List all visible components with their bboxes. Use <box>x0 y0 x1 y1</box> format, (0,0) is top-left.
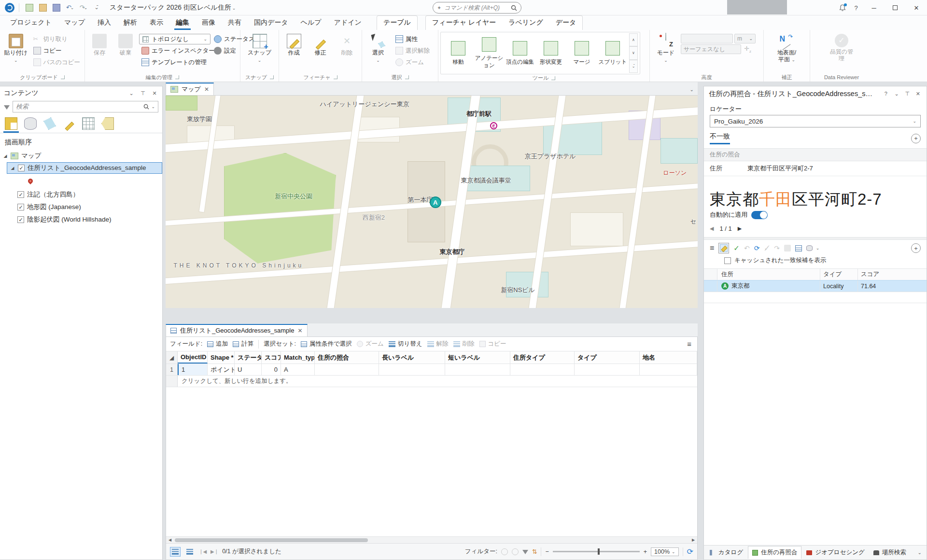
help-icon[interactable]: ? <box>849 4 863 12</box>
notifications-icon[interactable] <box>836 1 849 14</box>
map-view[interactable]: ハイアットリージェンシー東京東放学園都庁前駅京王プラザホテル東京都議会議事堂第一… <box>166 96 698 308</box>
edit-tool-button[interactable]: アノテーション <box>474 33 505 73</box>
table-cell[interactable] <box>445 364 510 375</box>
pin-icon[interactable]: ⊤ <box>139 90 147 97</box>
candidate-menu-icon[interactable]: ≡ <box>710 244 714 252</box>
search-options-icon[interactable]: ⌄ <box>151 104 155 109</box>
edit-tool-button[interactable]: 移動 <box>443 33 474 73</box>
modify-features-button[interactable]: 修正 <box>308 32 333 56</box>
open-project-icon[interactable] <box>37 2 49 14</box>
ribbon-tab[interactable]: 挿入 <box>91 16 117 30</box>
ground-to-plane-button[interactable]: N↷ 地表面/平面 ⌄ <box>773 32 801 63</box>
save-edit-icon[interactable] <box>784 245 791 252</box>
tab-snapping[interactable] <box>82 117 95 130</box>
topology-dropdown[interactable]: トポロジなし⌄ <box>139 34 211 44</box>
next-record-icon[interactable]: ▶ <box>738 225 742 232</box>
copy-button[interactable]: コピー <box>31 45 83 56</box>
snapping-button[interactable]: + スナップ⌄ <box>246 32 274 63</box>
attributes-button[interactable]: 属性 <box>393 34 432 44</box>
delete-selection-button[interactable]: 削除 <box>453 340 475 348</box>
auto-apply-toggle[interactable] <box>751 211 768 219</box>
ribbon-tab[interactable]: 解析 <box>117 16 143 30</box>
ribbon-tab[interactable]: 編集 <box>169 16 196 30</box>
tab-selection[interactable] <box>43 117 56 130</box>
refresh-table-icon[interactable]: ⟳ <box>687 548 693 556</box>
ribbon-tab[interactable]: アドイン <box>328 16 368 30</box>
table-cell[interactable] <box>640 364 697 375</box>
elevation-mode-button[interactable]: Zモード⌄ <box>652 32 680 63</box>
table-cell[interactable]: A <box>281 364 315 375</box>
table-cell[interactable] <box>575 364 640 375</box>
get-z-icon[interactable]: ✛z <box>744 45 751 54</box>
ribbon-tab[interactable]: 画像 <box>196 16 222 30</box>
form-view-icon[interactable] <box>184 547 195 557</box>
cut-button[interactable]: ✂切り取り <box>31 34 83 44</box>
project-title[interactable]: スターターパック 2026 街区レベル住所 ⌄ <box>110 3 236 12</box>
close-button[interactable]: ✕ <box>906 0 927 15</box>
new-item-icon[interactable] <box>24 2 35 14</box>
zoom-in-icon[interactable]: + <box>644 548 647 555</box>
contextual-tab[interactable]: データ <box>549 16 583 30</box>
table-view-icon[interactable] <box>170 547 181 557</box>
table-cell[interactable] <box>510 364 575 375</box>
table-cell[interactable]: U <box>235 364 262 375</box>
column-header[interactable]: タイプ <box>575 351 640 364</box>
gallery-expand-icon[interactable]: ⌄̄ <box>629 60 638 73</box>
table-menu-icon[interactable]: ≡ <box>687 340 693 348</box>
table-cell[interactable]: 0 <box>262 364 281 375</box>
table-cell[interactable]: 1 <box>178 364 208 375</box>
gallery-down-icon[interactable]: ∨ <box>629 46 638 59</box>
tab-catalog[interactable]: カタログ <box>706 546 747 559</box>
maximize-button[interactable] <box>885 0 906 15</box>
rematch-icon[interactable]: ⟳ <box>754 244 760 252</box>
select-button[interactable]: 選択⌄ <box>364 32 392 63</box>
dialog-launcher-icon[interactable] <box>175 75 179 79</box>
quality-management-button[interactable]: ✓品質の管理 <box>828 32 856 62</box>
ribbon-tab[interactable]: 表示 <box>143 16 169 30</box>
copy-path-button[interactable]: パスのコピー <box>31 57 83 68</box>
tab-overflow-chevron-icon[interactable]: ⌄ <box>918 550 925 555</box>
save-project-icon[interactable] <box>51 2 62 14</box>
layer-checkbox[interactable]: ✓ <box>17 216 24 223</box>
row-number[interactable]: 1 <box>166 364 178 375</box>
copy-rows-button[interactable]: コピー <box>479 340 506 348</box>
locator-dropdown[interactable]: Pro_Gaiku_2026⌄ <box>710 115 921 127</box>
column-score[interactable]: スコア <box>857 269 887 280</box>
zoom-to-candidate-button[interactable] <box>718 243 729 253</box>
contextual-tab[interactable]: フィーチャ レイヤー <box>426 16 502 30</box>
pane-menu-icon[interactable]: ⌄ <box>127 90 135 97</box>
edit-tool-button[interactable]: 形状変更 <box>535 33 566 73</box>
switch-selection-button[interactable]: 切り替え <box>389 340 422 348</box>
map-view-tab[interactable]: マップ ✕ <box>166 83 214 95</box>
dialog-launcher-icon[interactable] <box>405 75 409 79</box>
clear-selection-button[interactable]: 解除 <box>427 340 449 348</box>
source-chevron-icon[interactable]: ⌄ <box>816 246 820 251</box>
zoom-slider[interactable] <box>553 551 640 552</box>
select-all-corner[interactable]: ◢ <box>166 351 178 364</box>
match-candidate-icon[interactable]: ✓̸ <box>764 244 770 252</box>
column-header[interactable]: ステータス <box>235 351 262 364</box>
close-pane-icon[interactable]: ✕ <box>914 91 922 97</box>
tab-list-chevron-icon[interactable]: ⌄ <box>686 87 698 95</box>
discard-edits-button[interactable]: 破棄 <box>113 32 138 56</box>
dialog-launcher-icon[interactable] <box>334 75 337 79</box>
zoom-to-selection-button[interactable]: ズーム <box>357 340 384 348</box>
calculate-field-button[interactable]: 計算 <box>233 340 253 348</box>
candidate-table-icon[interactable] <box>795 245 802 252</box>
unmatched-tab[interactable]: 不一致 <box>710 132 730 144</box>
data-source-icon[interactable] <box>806 245 813 251</box>
range-filter-icon[interactable] <box>512 548 519 555</box>
first-record-icon[interactable]: ❘◀ <box>199 549 207 554</box>
tab-data-source[interactable] <box>24 117 37 130</box>
scrollbar-thumb[interactable] <box>175 538 368 542</box>
attribute-table-tab[interactable]: 住所リスト_GeocodeAddresses_sample ✕ <box>166 324 308 336</box>
column-header[interactable]: Match_type <box>281 351 315 364</box>
previous-record-icon[interactable]: ◀ <box>710 225 714 232</box>
column-header[interactable]: 住所タイプ <box>510 351 575 364</box>
sort-icon[interactable]: ⇅ <box>532 548 537 555</box>
edit-tool-button[interactable]: 頂点の編集 <box>505 33 535 73</box>
dialog-launcher-icon[interactable] <box>551 76 555 80</box>
layer-symbol-row[interactable] <box>25 174 162 188</box>
contextual-tab[interactable]: ラベリング <box>502 16 549 30</box>
pin-icon[interactable]: ⊤ <box>904 91 911 97</box>
